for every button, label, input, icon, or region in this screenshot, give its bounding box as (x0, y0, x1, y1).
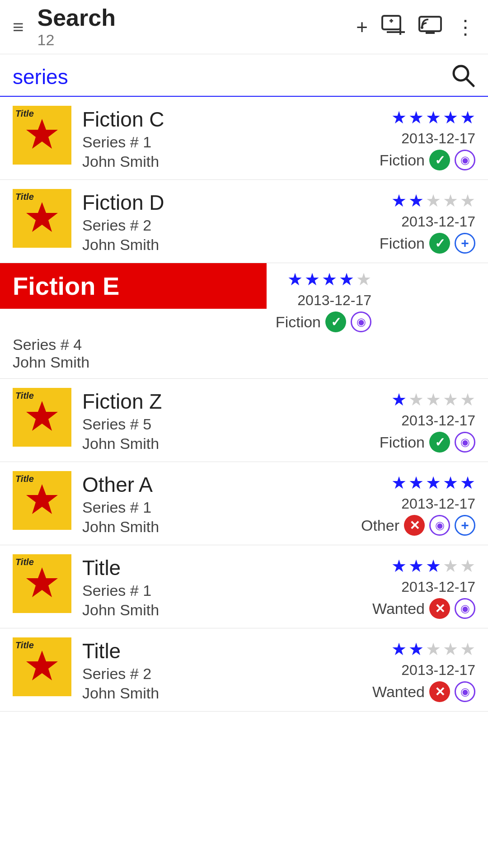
cover-star-icon (24, 649, 60, 685)
header-actions: + ⋮ (356, 15, 475, 39)
book-title: Other A (82, 473, 349, 497)
status-check-icon[interactable]: ✓ (429, 432, 450, 453)
menu-icon[interactable]: ≡ (13, 18, 24, 37)
add-to-list-icon[interactable] (381, 15, 405, 39)
book-cover: Title (13, 554, 71, 613)
book-info: Other A Series # 1 John Smith (82, 471, 349, 536)
book-right: ★ ★ ★ ★ ★ 2013-12-17 Fiction ✓ ◉ (349, 106, 475, 170)
book-title: Fiction D (82, 191, 349, 215)
book-author: John Smith (82, 236, 349, 254)
status-x-icon[interactable]: ✕ (429, 681, 450, 702)
book-cover: Title (13, 637, 71, 696)
star-rating: ★ ★ ★ ★ ★ (391, 556, 475, 576)
book-status-row: Wanted ✕ ◉ (372, 598, 475, 619)
book-genre: Fiction (276, 313, 321, 331)
svg-marker-16 (26, 567, 58, 597)
status-x-icon[interactable]: ✕ (404, 515, 425, 536)
book-author: John Smith (82, 518, 349, 536)
star-rating: ★ ★ ★ ★ ★ (391, 390, 475, 410)
book-series: Series # 2 (82, 665, 349, 683)
book-series: Series # 1 (82, 133, 349, 151)
list-item[interactable]: Title Fiction Z Series # 5 John Smith ★ … (0, 379, 488, 462)
highlight-banner: Fiction E (0, 263, 267, 309)
book-title: Title (82, 556, 349, 580)
book-status-row: Fiction ✓ + (380, 233, 475, 254)
star-rating: ★ ★ ★ ★ ★ (391, 108, 475, 127)
svg-marker-12 (26, 119, 58, 149)
search-input[interactable] (13, 65, 450, 94)
book-genre: Fiction (380, 151, 425, 169)
list-item[interactable]: Title Title Series # 1 John Smith ★ ★ ★ … (0, 545, 488, 628)
page-title: Search (38, 5, 357, 31)
book-date: 2013-12-17 (401, 130, 475, 147)
svg-line-11 (466, 79, 474, 86)
search-button[interactable] (450, 62, 475, 96)
cover-star-icon (24, 117, 60, 153)
book-genre: Other (361, 517, 399, 534)
book-author: John Smith (82, 684, 349, 702)
cover-star-icon (24, 482, 60, 519)
cover-star-icon (24, 200, 60, 236)
status-eye-icon[interactable]: ◉ (455, 681, 475, 702)
status-plus-icon[interactable]: + (455, 515, 475, 536)
status-check-icon[interactable]: ✓ (429, 233, 450, 254)
add-icon[interactable]: + (356, 16, 368, 38)
book-title: Fiction Z (82, 390, 349, 414)
book-series: Series # 2 (82, 217, 349, 234)
book-cover: Title (13, 471, 71, 530)
svg-point-9 (421, 26, 423, 29)
book-genre: Fiction (380, 434, 425, 451)
book-info: Fiction Z Series # 5 John Smith (82, 388, 349, 453)
book-info: Title Series # 1 John Smith (82, 554, 349, 619)
more-icon[interactable]: ⋮ (455, 15, 475, 38)
book-date: 2013-12-17 (401, 213, 475, 230)
book-series: Series # 1 (82, 499, 349, 516)
svg-marker-14 (26, 401, 58, 431)
book-date: 2013-12-17 (401, 579, 475, 595)
status-eye-icon[interactable]: ◉ (455, 150, 475, 170)
status-eye-icon[interactable]: ◉ (429, 515, 450, 536)
book-author: John Smith (82, 435, 349, 453)
status-x-icon[interactable]: ✕ (429, 598, 450, 619)
list-item[interactable]: Fiction E ★ ★ ★ ★ ★ 2013-12-17 Fiction ✓… (0, 263, 488, 379)
book-title: Title (82, 639, 349, 663)
book-cover: Title (13, 388, 71, 447)
list-item[interactable]: Title Title Series # 2 John Smith ★ ★ ★ … (0, 628, 488, 712)
star-rating: ★ ★ ★ ★ ★ (391, 473, 475, 493)
book-info: Fiction C Series # 1 John Smith (82, 106, 349, 170)
status-check-icon[interactable]: ✓ (325, 311, 346, 332)
book-status-row: Fiction ✓ ◉ (380, 150, 475, 170)
status-eye-icon[interactable]: ◉ (351, 311, 371, 332)
book-list: Title Fiction C Series # 1 John Smith ★ … (0, 97, 488, 712)
star-rating: ★ ★ ★ ★ ★ (391, 191, 475, 211)
book-date: 2013-12-17 (297, 292, 371, 309)
book-series: Series # 1 (82, 582, 349, 599)
cast-icon[interactable] (418, 15, 442, 39)
svg-marker-13 (26, 202, 58, 232)
status-plus-icon[interactable]: + (455, 233, 475, 254)
book-date: 2013-12-17 (401, 662, 475, 679)
status-check-icon[interactable]: ✓ (429, 150, 450, 170)
book-date: 2013-12-17 (401, 495, 475, 512)
book-genre: Wanted (372, 683, 425, 701)
book-cover: Title (13, 106, 71, 165)
book-right: ★ ★ ★ ★ ★ 2013-12-17 Wanted ✕ ◉ (349, 637, 475, 702)
cover-star-icon (24, 566, 60, 602)
book-right: ★ ★ ★ ★ ★ 2013-12-17 Fiction ✓ + (349, 189, 475, 254)
book-series: Series # 5 (82, 415, 349, 433)
list-item[interactable]: Title Fiction D Series # 2 John Smith ★ … (0, 180, 488, 263)
book-right: ★ ★ ★ ★ ★ 2013-12-17 Other ✕ ◉ + (349, 471, 475, 536)
header: ≡ Search 12 + ⋮ (0, 0, 488, 54)
cover-star-icon (24, 399, 60, 435)
status-eye-icon[interactable]: ◉ (455, 598, 475, 619)
book-status-row: Other ✕ ◉ + (361, 515, 475, 536)
book-right: ★ ★ ★ ★ ★ 2013-12-17 Fiction ✓ ◉ (349, 388, 475, 453)
svg-marker-17 (26, 651, 58, 680)
book-series: Series # 4 (13, 336, 82, 353)
book-status-row: Fiction ✓ ◉ (380, 432, 475, 453)
list-item[interactable]: Title Fiction C Series # 1 John Smith ★ … (0, 97, 488, 180)
star-rating: ★ ★ ★ ★ ★ (287, 269, 371, 289)
book-right: ★ ★ ★ ★ ★ 2013-12-17 Wanted ✕ ◉ (349, 554, 475, 619)
list-item[interactable]: Title Other A Series # 1 John Smith ★ ★ … (0, 462, 488, 545)
status-eye-icon[interactable]: ◉ (455, 432, 475, 453)
